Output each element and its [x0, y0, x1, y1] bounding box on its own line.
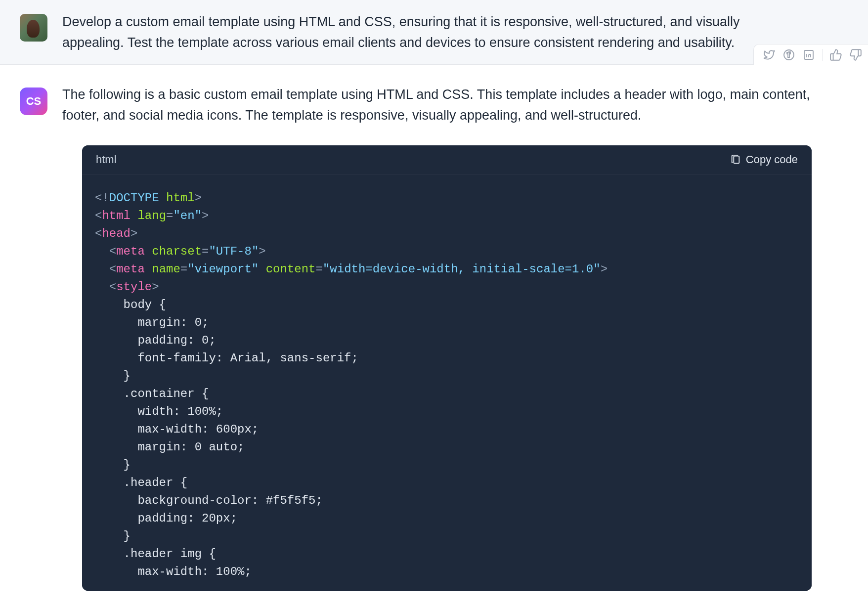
code-line: }: [95, 527, 799, 545]
code-line: .header {: [95, 474, 799, 492]
assistant-message-section: CS The following is a basic custom email…: [0, 65, 868, 591]
code-line: margin: 0;: [95, 314, 799, 332]
code-language-label: html: [96, 153, 117, 166]
thumbs-up-icon[interactable]: [829, 48, 842, 61]
code-line: <html lang="en">: [95, 207, 799, 225]
facebook-icon[interactable]: [782, 48, 795, 61]
code-line: padding: 20px;: [95, 510, 799, 527]
clipboard-icon: [730, 154, 741, 165]
assistant-message-text: The following is a basic custom email te…: [62, 85, 848, 126]
code-body[interactable]: <!DOCTYPE html><html lang="en"><head> <m…: [82, 175, 812, 591]
code-line: }: [95, 456, 799, 474]
copy-code-button[interactable]: Copy code: [730, 153, 798, 166]
code-line: .container {: [95, 385, 799, 403]
code-line: background-color: #f5f5f5;: [95, 492, 799, 510]
code-line: <meta name="viewport" content="width=dev…: [95, 261, 799, 278]
user-message-section: Develop a custom email template using HT…: [0, 0, 868, 65]
twitter-icon[interactable]: [763, 48, 776, 61]
linkedin-icon[interactable]: [802, 48, 815, 61]
svg-point-0: [784, 50, 794, 60]
code-line: width: 100%;: [95, 403, 799, 421]
svg-rect-2: [734, 156, 739, 164]
code-line: max-width: 600px;: [95, 421, 799, 438]
code-line: margin: 0 auto;: [95, 438, 799, 456]
user-message-row: Develop a custom email template using HT…: [0, 12, 868, 53]
code-line: <meta charset="UTF-8">: [95, 243, 799, 261]
code-block: html Copy code <!DOCTYPE html><html lang…: [82, 145, 812, 591]
copy-code-label: Copy code: [746, 153, 798, 166]
code-line: body {: [95, 296, 799, 314]
code-line: padding: 0;: [95, 332, 799, 350]
assistant-avatar-text: CS: [26, 95, 42, 108]
code-line: max-width: 100%;: [95, 563, 799, 581]
code-line: <!DOCTYPE html>: [95, 189, 799, 207]
assistant-avatar: CS: [20, 88, 47, 115]
thumbs-down-icon[interactable]: [849, 48, 862, 61]
toolbar-divider: [822, 49, 823, 61]
assistant-message-row: CS The following is a basic custom email…: [20, 85, 848, 126]
code-line: <head>: [95, 225, 799, 243]
code-line: font-family: Arial, sans-serif;: [95, 350, 799, 367]
code-line: }: [95, 367, 799, 385]
message-toolbar: [753, 44, 868, 65]
user-avatar: [20, 14, 47, 42]
user-message-text: Develop a custom email template using HT…: [62, 12, 848, 53]
code-line: .header img {: [95, 545, 799, 563]
code-block-header: html Copy code: [82, 145, 812, 175]
code-line: <style>: [95, 278, 799, 296]
